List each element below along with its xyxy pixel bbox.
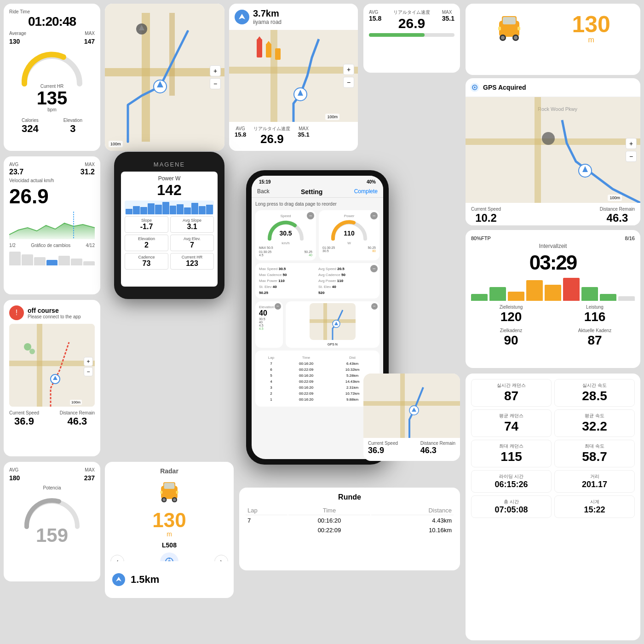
offcourse-dr-val: 46.3 [60, 415, 95, 427]
zoom-out-btn[interactable]: − [210, 78, 221, 89]
device-hr-val: 123 [173, 259, 211, 268]
nav-zoom-in[interactable]: + [343, 64, 354, 75]
offcourse-zoom-in[interactable]: + [84, 357, 93, 366]
max-label-es: MAX [85, 162, 95, 167]
map-topleft[interactable]: 100m + − [105, 4, 224, 151]
map-zoom-controls[interactable]: + − [210, 65, 221, 89]
distance-cell-kr: 거리 201.17 [554, 470, 635, 493]
offcourse-title: off course [28, 307, 81, 314]
interval-label: Intervallzeit [471, 243, 635, 249]
map-topleft-card: 100m + − Current Speed 36.9 Distance Rem… [105, 4, 224, 151]
rt-cadence-val: 87 [474, 389, 548, 403]
rt-cadence-label: 실시간 캐던스 [474, 382, 548, 389]
svg-point-57 [162, 498, 166, 501]
svg-rect-14 [266, 44, 271, 58]
map-widget-remove[interactable]: − [371, 303, 378, 310]
max-speed-label-kr: 최대 속도 [558, 443, 632, 449]
nav-zoom-out[interactable]: − [343, 77, 354, 88]
velocity-label-es: Velocidad actual km/h [9, 178, 95, 183]
offcourse-card: ! off course Please connect to the app [4, 300, 100, 456]
small-nav-card: 1.5km [105, 561, 234, 598]
total-time-cell: 총 시간 07:05:08 [471, 495, 552, 518]
jp-avg-label: AVG [369, 10, 381, 15]
svg-point-59 [173, 498, 176, 501]
radar-distance-val: 130 [572, 13, 610, 36]
potencia-max-val: 237 [84, 474, 95, 482]
jp-avg-val: 15.8 [369, 15, 381, 22]
svg-rect-55 [164, 483, 175, 489]
nav-dist-card: 3.7km iiyama road [229, 4, 358, 151]
avg-cadence-cell: 평균 캐던스 74 [471, 409, 552, 437]
elevation-label: Elevation [63, 118, 82, 123]
gps-zoom-in[interactable]: + [626, 138, 637, 149]
svg-text:30.5: 30.5 [279, 230, 292, 237]
phone-nav-bar[interactable]: Back Setting Complete [252, 186, 383, 198]
power-widget-remove[interactable]: − [370, 212, 378, 219]
offcourse-map: + − 100m [9, 324, 95, 407]
jp-current: 26.9 [393, 16, 430, 31]
svg-rect-21 [503, 17, 516, 24]
phone-hint: Long press to drag data page to reorder [255, 201, 380, 207]
offcourse-subtitle: Please connect to the app [28, 314, 81, 319]
interval-bars [471, 278, 635, 301]
stats-widget-remove[interactable]: − [370, 265, 378, 272]
gps-acquired-card: GPS Acquired Rock Wood Pkwy + − 100m Cur… [466, 78, 640, 225]
svg-marker-28 [9, 223, 95, 239]
max-cadence-val-kr: 115 [474, 449, 548, 464]
zoom-in-btn[interactable]: + [210, 65, 221, 76]
nav-rt-label: リアルタイム速度 [253, 126, 290, 132]
slope-val: -1.7 [127, 223, 166, 231]
svg-rect-60 [161, 491, 163, 494]
slope-cell: Slope -1.7 [125, 216, 168, 233]
widget-row-1: − Speed 30.5 km/h MAX 50.5 [255, 210, 380, 260]
max-cadence-label-kr: 최대 캐던스 [474, 443, 548, 449]
phone-time: 15:19 [259, 179, 271, 184]
phone-title: Setting [301, 188, 322, 196]
total-time-label-kr: 총 시간 [474, 499, 548, 505]
speed-widget-remove[interactable]: − [307, 212, 314, 219]
phone-complete-btn[interactable]: Complete [354, 188, 378, 196]
riding-time-cell: 라이딩 시간 06:15:26 [471, 470, 552, 493]
page-cur-es: 1/2 [9, 243, 16, 248]
potencia-gauge-svg [22, 492, 82, 529]
potencia-avg-label: AVG [9, 467, 18, 472]
distance-val-kr: 201.17 [558, 480, 632, 489]
power-widget: − Power 110 W 01:30:2550.25 30.580 [319, 210, 380, 260]
device-data-grid: Slope -1.7 Avg Slope 3.1 Elevation 2 Avg… [125, 216, 214, 270]
zielleistung-label: Zielleistung [471, 305, 551, 310]
device-hr-label: Current HR [173, 255, 211, 259]
potencia-label: Potencia [9, 485, 95, 490]
elev-widget-remove[interactable]: − [275, 303, 281, 310]
gps-zoom-out[interactable]: − [626, 151, 637, 162]
svg-text:Rock Wood Pkwy: Rock Wood Pkwy [538, 106, 577, 112]
cadence-val: 73 [127, 259, 166, 268]
br-cs-val: 36.9 [368, 446, 398, 455]
avg-slope-label: Avg Slope [173, 218, 211, 223]
map-widget: − GPS N [286, 301, 380, 348]
runde-table: Lap Time Distance 7 00:16:20 4.43km 00:2… [245, 505, 454, 535]
velocity-val-es: 26.9 [9, 185, 95, 208]
phone-back-btn[interactable]: Back [257, 188, 270, 196]
avg-speed-val-kr: 32.2 [558, 419, 632, 434]
runde-card: Runde Lap Time Distance 7 00:16:20 4.43k… [239, 488, 460, 570]
svg-text:110: 110 [344, 230, 355, 237]
svg-rect-11 [229, 67, 358, 74]
radar-mid-dist: 130 [110, 510, 228, 530]
bpm-label: bpm [9, 107, 95, 112]
svg-rect-71 [363, 401, 460, 406]
device-elevation-cell: Elevation 2 [125, 235, 168, 251]
svg-point-45 [542, 132, 555, 145]
gps-map: Rock Wood Pkwy + − 100m [466, 97, 640, 203]
clock-label-kr: 시계 [558, 499, 632, 505]
svg-rect-41 [535, 97, 541, 203]
svg-rect-12 [257, 39, 262, 58]
max-label: MAX [85, 31, 95, 36]
distance-label-kr: 거리 [558, 473, 632, 480]
power-value: 142 [125, 182, 214, 199]
nav-current: 26.9 [253, 132, 290, 146]
offcourse-zoom-out[interactable]: − [84, 367, 93, 376]
radar-mid-title: Radar [110, 467, 228, 475]
interval-count: 8/16 [625, 236, 635, 241]
gps-dr-val: 46.3 [600, 212, 635, 224]
svg-marker-68 [116, 577, 121, 581]
